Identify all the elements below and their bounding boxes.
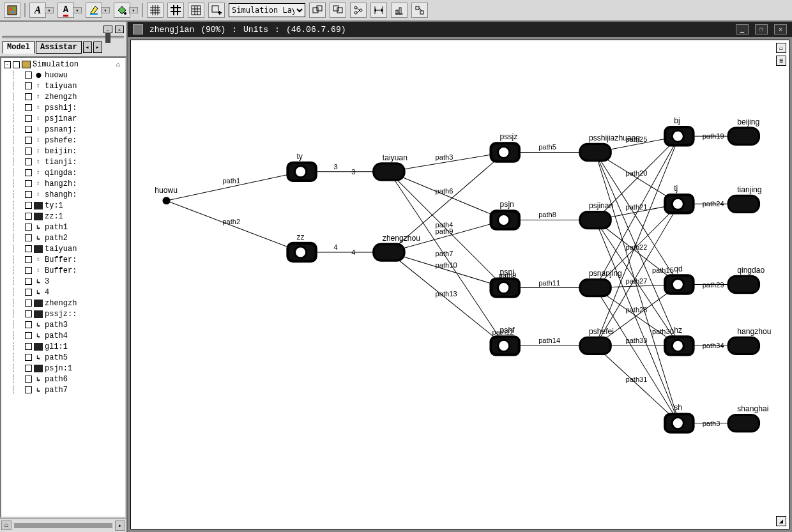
- tool-flow-icon[interactable]: [411, 3, 428, 18]
- font-style-button[interactable]: A ▾: [29, 3, 54, 18]
- svg-rect-4: [90, 13, 98, 15]
- svg-rect-40: [399, 8, 401, 14]
- svg-rect-16: [192, 6, 201, 15]
- fill-button[interactable]: ▾: [114, 3, 138, 18]
- tool-tree-icon[interactable]: [350, 3, 367, 18]
- toolbar-separator: [142, 3, 143, 17]
- palette-icon-button[interactable]: [4, 3, 20, 18]
- svg-rect-39: [396, 10, 398, 14]
- add-grid-button[interactable]: [208, 3, 225, 18]
- svg-point-5: [124, 12, 126, 15]
- layer-select[interactable]: Simulation Laye: [229, 3, 305, 17]
- tool-chart-icon[interactable]: [391, 3, 407, 18]
- grid3-button[interactable]: [188, 3, 204, 18]
- svg-rect-42: [420, 11, 423, 14]
- grid2-button[interactable]: [167, 3, 184, 18]
- svg-line-31: [357, 8, 360, 10]
- main-toolbar: A ▾ A ▾ ▾ ▾ Simulation Laye: [0, 0, 792, 22]
- dropdown-icon[interactable]: ▾: [129, 7, 138, 13]
- tool-group-icon2[interactable]: [330, 3, 346, 18]
- svg-point-3: [11, 11, 14, 13]
- dropdown-icon[interactable]: ▾: [73, 7, 82, 13]
- svg-rect-24: [313, 8, 318, 13]
- dropdown-icon[interactable]: ▾: [101, 7, 110, 13]
- svg-point-1: [10, 8, 12, 10]
- svg-line-43: [419, 8, 422, 11]
- svg-line-32: [357, 10, 360, 13]
- svg-point-30: [360, 9, 362, 11]
- svg-rect-26: [337, 8, 342, 13]
- font-color-button[interactable]: A ▾: [57, 3, 82, 18]
- tool-group-icon1[interactable]: [309, 3, 326, 18]
- svg-rect-27: [333, 6, 339, 11]
- svg-rect-0: [8, 6, 17, 15]
- svg-rect-21: [212, 6, 218, 12]
- svg-point-29: [354, 11, 357, 14]
- dropdown-icon[interactable]: ▾: [45, 7, 54, 13]
- svg-point-28: [354, 6, 357, 9]
- tool-span-icon[interactable]: [370, 3, 387, 18]
- svg-rect-25: [317, 6, 322, 11]
- grid1-button[interactable]: [147, 3, 164, 18]
- toolbar-separator: [24, 3, 26, 17]
- svg-rect-41: [416, 6, 419, 10]
- svg-point-2: [13, 7, 15, 10]
- highlight-button[interactable]: ▾: [86, 3, 110, 18]
